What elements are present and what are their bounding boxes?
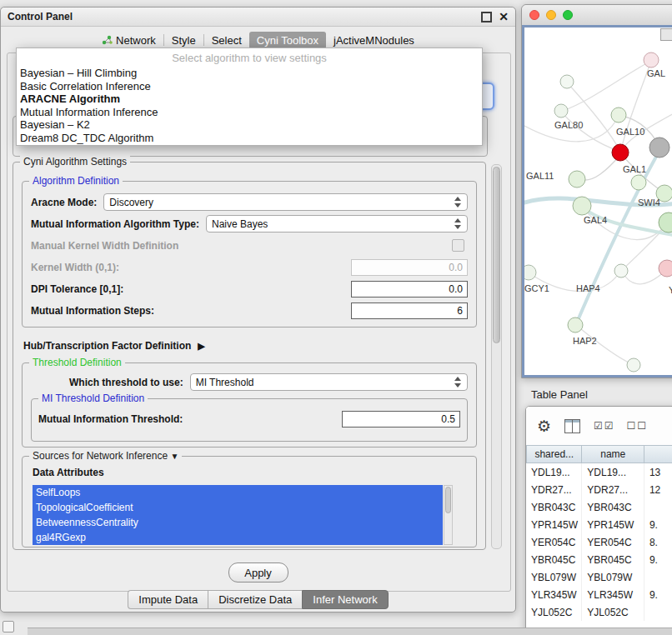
gear-icon[interactable]: ⚙ — [537, 418, 551, 434]
zoom-traffic-light-icon[interactable] — [563, 10, 573, 20]
bottom-tab-impute-data[interactable]: Impute Data — [128, 590, 208, 609]
cell[interactable] — [644, 498, 672, 516]
network-node[interactable] — [560, 75, 574, 88]
mi-algorithm-type-combobox[interactable]: Naive Bayes — [206, 215, 468, 232]
threshold-definition-group: Threshold Definition Which threshold to … — [22, 362, 477, 448]
select-all-icon[interactable]: ☑☑ — [594, 420, 614, 432]
cell[interactable]: 8. — [644, 533, 672, 551]
table-row[interactable]: YBR043C YBR043C — [526, 498, 672, 516]
table-row[interactable]: YBR045C YBR045C 9. — [526, 551, 672, 568]
cell[interactable]: YLR345W — [582, 586, 644, 603]
network-node[interactable] — [569, 171, 585, 188]
scrollbar-thumb[interactable] — [493, 167, 500, 343]
column-header-shared-name[interactable]: shared... — [526, 445, 582, 463]
table-row[interactable]: YDR27... YDR27... 12 — [526, 481, 672, 498]
mutual-information-threshold-field[interactable] — [342, 411, 460, 428]
algorithm-definition-group: Algorithm Definition Aracne Mode: Discov… — [22, 181, 477, 328]
table-row[interactable]: YPR145W YPR145W 9. — [526, 516, 672, 533]
cell[interactable]: YBR043C — [526, 498, 582, 516]
tab-style[interactable]: Style — [164, 32, 203, 49]
mi-steps-field[interactable] — [351, 302, 468, 319]
cell[interactable]: YJL052C — [582, 603, 644, 621]
apply-button[interactable]: Apply — [228, 562, 288, 582]
table-row[interactable]: YER054C YER054C 8. — [526, 533, 672, 551]
table-row[interactable]: YBL079W YBL079W — [526, 568, 672, 586]
dropdown-item-bayesian-hill-climbing[interactable]: Bayesian – Hill Climbing — [17, 67, 482, 80]
cell[interactable]: YER054C — [526, 533, 582, 551]
cell[interactable]: 9. — [644, 551, 672, 568]
tab-jactivemnodules[interactable]: jActiveMNodules — [326, 32, 422, 49]
network-node[interactable] — [631, 175, 646, 190]
network-node[interactable] — [649, 138, 669, 158]
table-row[interactable]: YLR345W YLR345W 9. — [526, 586, 672, 603]
bottom-tab-discretize-data[interactable]: Discretize Data — [208, 590, 302, 609]
cell[interactable]: YPR145W — [582, 516, 644, 533]
column-header-name[interactable]: name — [582, 445, 644, 463]
manual-kernel-width-checkbox[interactable] — [452, 239, 464, 252]
network-node[interactable] — [614, 264, 628, 278]
cell[interactable]: YDL19... — [526, 463, 582, 481]
settings-scrollbar[interactable] — [491, 164, 502, 549]
minimize-traffic-light-icon[interactable] — [546, 10, 556, 20]
cell[interactable]: YDR27... — [582, 481, 644, 498]
deselect-all-icon[interactable]: ☐☐ — [627, 420, 647, 432]
list-scrollbar[interactable] — [444, 485, 453, 545]
cell[interactable]: YPR145W — [526, 516, 582, 533]
dropdown-item-dream8[interactable]: Dream8 DC_TDC Algorithm — [17, 132, 482, 145]
network-node[interactable] — [659, 260, 672, 277]
dropdown-item-bayesian-k2[interactable]: Bayesian – K2 — [17, 118, 482, 132]
table-header: shared... name — [526, 445, 672, 463]
hub-transcription-factor-toggle[interactable]: Hub/Transcription Factor Definition ▶ — [23, 338, 477, 354]
cell[interactable]: YBR045C — [582, 551, 644, 568]
cell[interactable]: YBR043C — [582, 498, 644, 516]
network-canvas[interactable]: GAL GAL80 GAL10 GAL11 GAL1 SWI4 GAL4 GCY… — [524, 28, 672, 378]
network-node-highlighted[interactable] — [612, 144, 629, 161]
close-window-icon[interactable]: ✕ — [499, 11, 509, 22]
cell[interactable]: YBL079W — [526, 568, 582, 586]
collapsed-panel-icon[interactable] — [3, 621, 14, 632]
network-node[interactable] — [568, 318, 583, 332]
cell[interactable]: YLR345W — [526, 586, 582, 603]
network-node[interactable] — [627, 358, 640, 372]
scrollbar-thumb[interactable] — [445, 487, 451, 513]
aracne-mode-combobox[interactable]: Discovery — [103, 193, 468, 211]
table-row[interactable]: YJL052C YJL052C — [526, 603, 672, 621]
cell[interactable]: 13 — [644, 463, 672, 481]
cell[interactable] — [644, 603, 672, 621]
cell[interactable]: YDR27... — [526, 481, 582, 498]
sources-section-toggle[interactable]: Sources for Network Inference ▼ — [29, 450, 182, 462]
cell[interactable]: 9. — [644, 516, 672, 533]
attribute-item-gal4rgexp[interactable]: gal4RGexp — [33, 530, 443, 545]
tab-select[interactable]: Select — [204, 32, 249, 49]
bottom-tab-infer-network[interactable]: Infer Network — [302, 590, 388, 609]
column-manager-icon[interactable] — [564, 419, 580, 433]
kernel-width-field[interactable] — [351, 259, 468, 276]
attribute-item-topologicalcoefficient[interactable]: TopologicalCoefficient — [33, 500, 443, 515]
cell[interactable]: YJL052C — [526, 603, 582, 621]
attribute-item-selfloops[interactable]: SelfLoops — [33, 485, 443, 500]
network-node[interactable] — [611, 108, 626, 122]
network-node[interactable] — [573, 197, 591, 215]
cell[interactable]: 12 — [644, 481, 672, 498]
float-window-icon[interactable] — [481, 12, 492, 22]
cell[interactable]: YER054C — [582, 533, 644, 551]
dropdown-item-basic-correlation[interactable]: Basic Correlation Inference — [17, 80, 482, 93]
dropdown-item-aracne[interactable]: ARACNE Algorithm — [17, 92, 482, 106]
network-node[interactable] — [524, 265, 536, 280]
threshold-type-combobox[interactable]: MI Threshold — [190, 373, 468, 391]
close-traffic-light-icon[interactable] — [529, 10, 539, 20]
tab-network[interactable]: Network — [94, 32, 163, 49]
network-node[interactable] — [554, 104, 568, 118]
column-header-extra[interactable] — [644, 445, 672, 463]
network-node[interactable] — [644, 52, 659, 68]
dpi-tolerance-field[interactable] — [351, 281, 468, 298]
table-row[interactable]: YDL19... YDL19... 13 — [526, 463, 672, 481]
attribute-item-betweennesscentrality[interactable]: BetweennessCentrality — [33, 515, 443, 530]
cell[interactable]: YDL19... — [582, 463, 644, 481]
tab-cyni-toolbox[interactable]: Cyni Toolbox — [249, 32, 326, 49]
cell[interactable]: YBR045C — [526, 551, 582, 568]
cell[interactable]: 9. — [644, 586, 672, 603]
cell[interactable]: YBL079W — [582, 568, 644, 586]
dropdown-item-mutual-information[interactable]: Mutual Information Inference — [17, 106, 482, 119]
cell[interactable] — [644, 568, 672, 586]
